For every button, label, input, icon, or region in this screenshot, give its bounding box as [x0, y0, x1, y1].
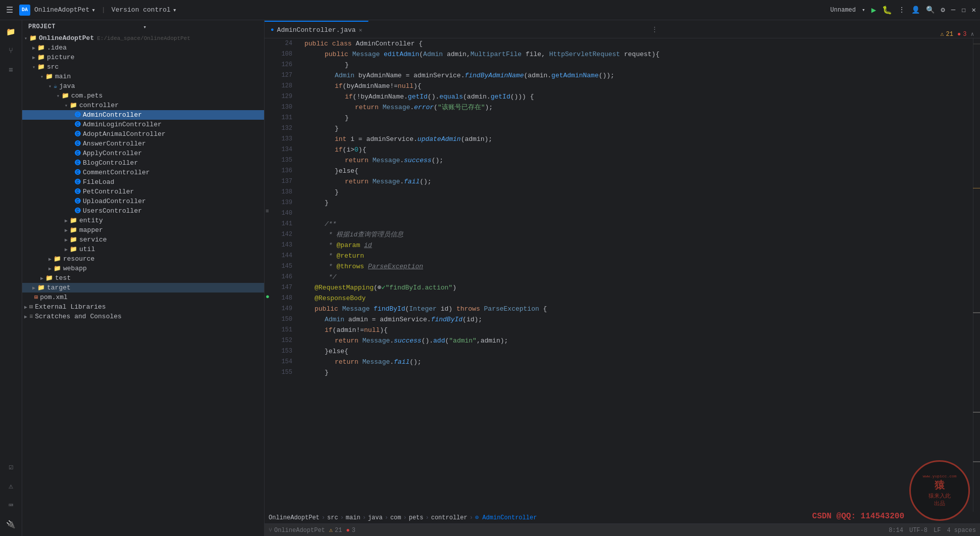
tree-item-pomxml[interactable]: ⊞ pom.xml	[22, 293, 264, 302]
tab-more-icon[interactable]: ⋮	[647, 21, 662, 38]
tree-item-applycontroller[interactable]: 🅒 ApplyController	[22, 149, 264, 158]
status-warnings[interactable]: ⚠ 21	[329, 526, 342, 534]
breadcrumb-item-com[interactable]: com	[390, 514, 401, 521]
tree-label-src: src	[47, 63, 59, 71]
tree-item-adminlogincontroller[interactable]: 🅒 AdminLoginController	[22, 120, 264, 129]
breadcrumb-item-pets[interactable]: pets	[409, 514, 424, 521]
breadcrumb-item-admincontroller[interactable]: ⊙ AdminController	[475, 514, 537, 521]
tree-item-scratches[interactable]: ▶ ≡ Scratches and Consoles	[22, 312, 264, 321]
terminal-icon[interactable]: ⌨	[4, 498, 19, 513]
line-num-139: 139	[275, 198, 296, 208]
tree-item-main[interactable]: ▾ 📁 main	[22, 72, 264, 81]
code-line-138: }	[302, 187, 973, 198]
git-branch-icon: ⑂	[269, 527, 272, 534]
status-indent[interactable]: 4 spaces	[947, 527, 976, 534]
tree-item-admincontroller[interactable]: 🅒 AdminController	[22, 110, 264, 120]
tree-label-uploadcontroller: UploadController	[83, 198, 146, 205]
tree-item-uploadcontroller[interactable]: 🅒 UploadController	[22, 197, 264, 206]
status-git[interactable]: ⑂ OnlineAdoptPet	[269, 527, 325, 534]
tree-item-entity[interactable]: ▶ 📁 entity	[22, 216, 264, 225]
hamburger-icon[interactable]: ☰	[4, 3, 15, 17]
project-dropdown[interactable]: OnlineAdoptPet ▾	[34, 6, 95, 14]
status-encoding[interactable]: UTF-8	[909, 527, 927, 534]
tree-item-answercontroller[interactable]: 🅒 AnswerController	[22, 139, 264, 149]
tree-item-controller[interactable]: ▾ 📁 controller	[22, 101, 264, 110]
tree-item-fileload[interactable]: 🅒 FileLoad	[22, 177, 264, 187]
sidebar-tree: ▾ 📁 OnlineAdoptPet E:/idea_space/OnlineA…	[22, 33, 264, 536]
breadcrumb-item-src[interactable]: src	[327, 514, 338, 521]
csdn-badge: CSDN @QQ: 114543200	[812, 512, 904, 521]
status-position[interactable]: 8:14	[889, 527, 903, 534]
line-num-144: 144	[275, 251, 296, 261]
tree-item-blogcontroller[interactable]: 🅒 BlogController	[22, 158, 264, 168]
breadcrumb-sep-4: ›	[385, 514, 388, 521]
breadcrumb-item-java[interactable]: java	[368, 514, 383, 521]
tree-label-admincontroller: AdminController	[83, 111, 142, 119]
todo-icon[interactable]: ☑	[4, 459, 19, 474]
debug-icon[interactable]: 🐛	[882, 5, 892, 15]
tree-label-idea: .idea	[47, 44, 67, 52]
tree-item-java[interactable]: ▾ ☕ java	[22, 81, 264, 91]
maximize-icon[interactable]: ☐	[961, 6, 965, 14]
breadcrumb-item-controller[interactable]: controller	[431, 514, 468, 521]
breadcrumb-item-root[interactable]: OnlineAdoptPet	[269, 514, 320, 521]
settings-icon[interactable]: ⚙	[941, 6, 945, 14]
tab-bar: ● AdminController.java ✕ ⋮ ⚠ 21 ● 3 ∧	[265, 20, 980, 38]
status-line-separator[interactable]: LF	[934, 527, 941, 534]
structure-icon[interactable]: ≡	[4, 63, 19, 78]
line-num-140: 140	[275, 208, 296, 219]
breadcrumb-sep-7: ›	[470, 514, 473, 521]
tree-item-src[interactable]: ▾ 📁 src	[22, 62, 264, 72]
code-line-146: */	[302, 272, 973, 282]
line-num-145: 145	[275, 261, 296, 272]
tree-item-compets[interactable]: ▾ 📁 com.pets	[22, 91, 264, 101]
tree-item-commentcontroller[interactable]: 🅒 CommentController	[22, 168, 264, 177]
run-icon[interactable]: ▶	[871, 5, 876, 15]
tree-item-resource[interactable]: ▶ 📁 resource	[22, 254, 264, 264]
status-errors[interactable]: ● 3	[346, 527, 355, 534]
tree-item-adoptanimalcontroller[interactable]: 🅒 AdoptAnimalController	[22, 129, 264, 139]
tree-label-scratches: Scratches and Consoles	[35, 313, 122, 320]
code-line-144: * @return	[302, 251, 973, 261]
unnamed-label: Unnamed	[831, 7, 856, 14]
tree-item-petcontroller[interactable]: 🅒 PetController	[22, 187, 264, 197]
plugins-icon[interactable]: 🔌	[4, 517, 19, 532]
tree-item-userscontroller[interactable]: 🅒 UsersController	[22, 206, 264, 216]
tree-item-service[interactable]: ▶ 📁 service	[22, 235, 264, 245]
problems-icon[interactable]: ⚠	[4, 478, 19, 494]
close-icon[interactable]: ✕	[972, 6, 976, 14]
tree-label-util: util	[79, 246, 95, 253]
tab-admincontroller[interactable]: ● AdminController.java ✕	[265, 21, 369, 38]
tab-close-icon[interactable]: ✕	[359, 27, 363, 33]
line-num-150: 150	[275, 314, 296, 325]
collapse-icon[interactable]: ∧	[970, 31, 974, 37]
tree-item-external-libs[interactable]: ▶ ⊞ External Libraries	[22, 302, 264, 312]
status-error-icon: ●	[346, 527, 349, 534]
line-num-151: 151	[275, 325, 296, 335]
tree-item-webapp[interactable]: ▶ 📁 webapp	[22, 264, 264, 273]
tree-item-test[interactable]: ▶ 📁 test	[22, 273, 264, 283]
minimize-icon[interactable]: ─	[951, 6, 955, 14]
tab-filename: AdminController.java	[277, 26, 356, 34]
tree-label-adminlogincontroller: AdminLoginController	[83, 121, 162, 128]
more-actions-icon[interactable]: ⋮	[898, 6, 905, 14]
code-content[interactable]: public class AdminController { public Me…	[302, 38, 973, 536]
tree-item-idea[interactable]: ▶ 📁 .idea	[22, 43, 264, 53]
tree-label-external-libs: External Libraries	[35, 303, 106, 311]
breadcrumb-item-main[interactable]: main	[346, 514, 360, 521]
git-icon[interactable]: ⑂	[4, 43, 19, 59]
sidebar-toggle-icon[interactable]: 📁	[4, 24, 19, 39]
line-num-148: 148	[275, 293, 296, 304]
version-control-dropdown[interactable]: Version control ▾	[112, 6, 177, 14]
line-num-128: 128	[275, 81, 296, 91]
code-line-136: }else{	[302, 166, 973, 176]
tree-item-picture[interactable]: ▶ 📁 picture	[22, 53, 264, 62]
tree-item-target[interactable]: ▶ 📁 target	[22, 283, 264, 293]
tree-label-target: target	[47, 284, 71, 291]
tree-item-util[interactable]: ▶ 📁 util	[22, 245, 264, 254]
profile-icon[interactable]: 👤	[911, 6, 920, 14]
search-icon[interactable]: 🔍	[926, 6, 935, 14]
tree-item-root[interactable]: ▾ 📁 OnlineAdoptPet E:/idea_space/OnlineA…	[22, 33, 264, 43]
tree-label-applycontroller: ApplyController	[83, 150, 142, 157]
tree-item-mapper[interactable]: ▶ 📁 mapper	[22, 225, 264, 235]
